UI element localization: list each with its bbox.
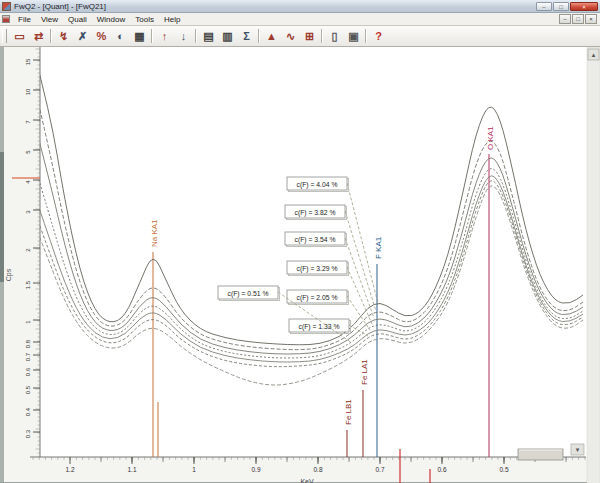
toolbar-button-help[interactable]: ? bbox=[369, 28, 388, 45]
menu-item-view[interactable]: View bbox=[36, 14, 63, 25]
maximize-button[interactable]: □ bbox=[553, 2, 569, 11]
x-tick-label: 0.6 bbox=[437, 466, 446, 473]
toolbar-separator bbox=[50, 29, 52, 43]
y-tick-label: 0.4 bbox=[25, 407, 31, 416]
minimize-button[interactable]: – bbox=[536, 2, 552, 11]
toolbar-button-import[interactable]: ⇄ bbox=[29, 28, 48, 45]
mdi-controls: –□× bbox=[559, 14, 600, 24]
mdi-minimize-button[interactable]: – bbox=[559, 14, 571, 24]
menu-item-window[interactable]: Window bbox=[92, 14, 130, 25]
y-tick-label: 0.5 bbox=[25, 385, 31, 394]
toolbar-button-percent[interactable]: % bbox=[92, 28, 111, 45]
y-tick-label: 0.7 bbox=[25, 352, 31, 361]
element-label-fe-lb1: Fe LB1 bbox=[344, 399, 353, 425]
y-tick-label: 0.6 bbox=[25, 367, 31, 376]
window-controls: –□× bbox=[536, 2, 600, 11]
x-tick-label: 0.9 bbox=[251, 466, 260, 473]
toolbar-button-spectrum[interactable]: ∿ bbox=[281, 28, 300, 45]
menu-item-help[interactable]: Help bbox=[159, 14, 185, 25]
app-icon bbox=[2, 2, 11, 11]
menu-item-quali[interactable]: Quali bbox=[63, 14, 92, 25]
toolbar: ▭⇄↯✗%◐▦↑↓▤▥Σ▲∿⊞▯▣? bbox=[0, 26, 600, 47]
toolbar-separator bbox=[195, 29, 197, 43]
concentration-value: c(F) = 3.29 % bbox=[297, 265, 338, 273]
toolbar-button-periodic-table[interactable]: ⊞ bbox=[300, 28, 319, 45]
element-label-f-ka1: F KA1 bbox=[374, 236, 383, 259]
application-window: FwQ2 - [Quant] - [FwQ21] –□× FileViewQua… bbox=[0, 0, 600, 483]
vertical-scrollbar-track[interactable] bbox=[587, 47, 600, 483]
concentration-value: c(F) = 3.82 % bbox=[295, 209, 336, 217]
toolbar-button-measure[interactable]: ✗ bbox=[73, 28, 92, 45]
concentration-value: c(F) = 3.54 % bbox=[295, 236, 336, 244]
y-tick-label: 0.8 bbox=[25, 339, 31, 348]
element-label-na-ka1: Na KA1 bbox=[150, 219, 159, 247]
y-tick-label: 1.5 bbox=[25, 280, 31, 289]
toolbar-button-table[interactable]: ▤ bbox=[199, 28, 218, 45]
toolbar-separator bbox=[321, 29, 323, 43]
h-scroll-thumb[interactable] bbox=[518, 449, 563, 460]
y-tick-label: 10 bbox=[25, 88, 31, 95]
x-tick-label: 1 bbox=[192, 466, 196, 473]
plot-area bbox=[40, 47, 587, 457]
toolbar-button-open-file[interactable]: ▭ bbox=[10, 28, 29, 45]
toolbar-button-element-up[interactable]: ↑ bbox=[155, 28, 174, 45]
titlebar[interactable]: FwQ2 - [Quant] - [FwQ21] –□× bbox=[0, 0, 600, 13]
toolbar-separator bbox=[365, 29, 367, 43]
element-label-o-ka1: O KA1 bbox=[486, 126, 495, 150]
mdi-restore-button[interactable]: □ bbox=[572, 14, 584, 24]
menu-items: FileViewQualiWindowToolsHelp bbox=[13, 14, 185, 25]
x-tick-label: 0.8 bbox=[313, 466, 322, 473]
spectrum-plot: ▴1510754321.510.80.70.60.50.40.3Cps1.21.… bbox=[0, 47, 600, 483]
toolbar-button-print-setup[interactable]: ▦ bbox=[130, 28, 149, 45]
plot-container: ▴1510754321.510.80.70.60.50.40.3Cps1.21.… bbox=[0, 47, 600, 483]
y-axis-unit-label: Cps bbox=[5, 268, 13, 281]
mdi-close-button[interactable]: × bbox=[585, 14, 597, 24]
toolbar-button-report[interactable]: ▥ bbox=[218, 28, 237, 45]
x-tick-label: 1.1 bbox=[127, 466, 136, 473]
x-tick-label: 0.5 bbox=[499, 466, 508, 473]
toolbar-button-new-document[interactable]: ▯ bbox=[325, 28, 344, 45]
toolbar-button-element-down[interactable]: ↓ bbox=[174, 28, 193, 45]
concentration-value: c(F) = 4.04 % bbox=[297, 181, 338, 189]
x-tick-label: 0.7 bbox=[375, 466, 384, 473]
x-tick-label: 1.2 bbox=[65, 466, 74, 473]
toolbar-button-print[interactable]: ▣ bbox=[344, 28, 363, 45]
window-title: FwQ2 - [Quant] - [FwQ21] bbox=[14, 2, 106, 11]
scroll-up-arrow-icon: ▴ bbox=[592, 51, 596, 58]
element-label-fe-la1: Fe LA1 bbox=[360, 359, 369, 385]
y-tick-label: 15 bbox=[25, 58, 31, 65]
scroll-down-arrow-icon: ▾ bbox=[576, 446, 580, 453]
y-tick-label: 0.3 bbox=[25, 429, 31, 438]
toolbar-separator bbox=[151, 29, 153, 43]
toolbar-grip-handle[interactable] bbox=[2, 29, 7, 43]
concentration-value: c(F) = 0.51 % bbox=[228, 290, 269, 298]
menu-item-tools[interactable]: Tools bbox=[130, 14, 159, 25]
window-edge-shadow bbox=[0, 152, 4, 282]
close-button[interactable]: × bbox=[570, 2, 598, 11]
toolbar-button-sum[interactable]: Σ bbox=[237, 28, 256, 45]
menu-item-file[interactable]: File bbox=[13, 14, 36, 25]
toolbar-buttons: ▭⇄↯✗%◐▦↑↓▤▥Σ▲∿⊞▯▣? bbox=[10, 28, 388, 45]
x-axis-unit-label: KeV bbox=[300, 478, 314, 483]
toolbar-separator bbox=[258, 29, 260, 43]
document-icon[interactable] bbox=[2, 15, 10, 23]
toolbar-button-connect[interactable]: ↯ bbox=[54, 28, 73, 45]
toolbar-button-ratio[interactable]: ◐ bbox=[111, 28, 130, 45]
menubar: FileViewQualiWindowToolsHelp –□× bbox=[0, 13, 600, 26]
concentration-value: c(F) = 1.33 % bbox=[299, 323, 340, 331]
concentration-value: c(F) = 2.05 % bbox=[297, 294, 338, 302]
toolbar-button-peaks[interactable]: ▲ bbox=[262, 28, 281, 45]
